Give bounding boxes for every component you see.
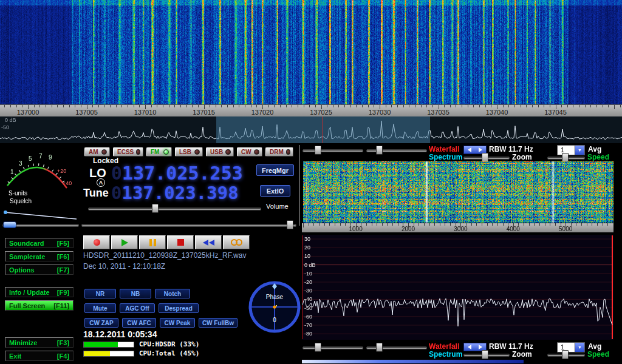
tune-frequency-display[interactable]: 0137.023.398 bbox=[111, 183, 239, 203]
scale-tick bbox=[429, 223, 430, 226]
slider-thumb[interactable] bbox=[482, 350, 488, 359]
top-spectrum-toggle[interactable]: Spectrum bbox=[429, 153, 462, 161]
dsp-button-cw-afc[interactable]: CW AFC bbox=[122, 318, 156, 328]
rf-spectrum-display[interactable]: 0 dB -50 bbox=[0, 116, 622, 143]
mode-label: FM bbox=[151, 149, 159, 155]
mode-label: USB bbox=[210, 149, 223, 155]
side-button-label: Samplerate bbox=[9, 253, 45, 260]
dsp-button-cw-zap[interactable]: CW ZAP bbox=[84, 318, 118, 328]
audio-spectrum-trace bbox=[302, 235, 613, 339]
play-button[interactable] bbox=[111, 235, 138, 249]
record-button[interactable] bbox=[83, 235, 110, 249]
right-arrow-icon[interactable] bbox=[479, 345, 482, 349]
dsp-button-mute[interactable]: Mute bbox=[84, 303, 116, 313]
slider-thumb[interactable] bbox=[562, 153, 569, 162]
scale-tick bbox=[479, 105, 480, 107]
scale-tick bbox=[39, 105, 40, 107]
audio-waterfall-display[interactable] bbox=[303, 161, 613, 223]
lo-frequency-display[interactable]: 0137.025.253 bbox=[111, 163, 243, 184]
if-center-slider[interactable] bbox=[81, 220, 296, 229]
scale-tick bbox=[387, 223, 388, 226]
bottom-zoom-slider[interactable] bbox=[463, 350, 510, 359]
dsp-button-agc-off[interactable]: AGC Off bbox=[120, 303, 155, 313]
slider-thumb[interactable] bbox=[315, 343, 321, 352]
clock-display: 18.12.2011 0:05:34 bbox=[83, 329, 157, 339]
scale-tick bbox=[313, 223, 314, 226]
side-button-samplerate[interactable]: Samplerate[F6] bbox=[5, 251, 73, 261]
side-button-key: [F11] bbox=[53, 302, 69, 309]
slider-thumb[interactable] bbox=[376, 343, 383, 352]
slider-thumb[interactable] bbox=[376, 146, 383, 155]
volume-slider[interactable] bbox=[88, 204, 261, 212]
mode-button-drm[interactable]: DRM bbox=[265, 147, 293, 157]
top-waterfall-contrast-slider[interactable] bbox=[302, 146, 363, 154]
bottom-spectrum-toggle[interactable]: Spectrum bbox=[429, 350, 462, 359]
side-button-minimize[interactable]: Minimize[F3] bbox=[5, 337, 73, 348]
mode-button-usb[interactable]: USB bbox=[206, 147, 234, 157]
top-rbw-label: RBW 11.7 Hz bbox=[489, 145, 533, 153]
bottom-waterfall-toggle[interactable]: Waterfall bbox=[429, 342, 459, 351]
left-arrow-icon[interactable] bbox=[468, 345, 471, 349]
side-button-options[interactable]: Options[F7] bbox=[5, 265, 73, 275]
meter-needle bbox=[5, 212, 77, 219]
slider-thumb[interactable] bbox=[482, 153, 488, 162]
scale-tick bbox=[579, 105, 579, 107]
pause-button[interactable] bbox=[139, 235, 166, 249]
scale-tick bbox=[398, 223, 398, 226]
frequency-tick-label: 137005 bbox=[75, 109, 98, 116]
bottom-waterfall-contrast-slider[interactable] bbox=[302, 343, 363, 351]
passband-selection[interactable] bbox=[216, 116, 430, 143]
mode-button-cw[interactable]: CW bbox=[237, 147, 262, 157]
extio-button[interactable]: ExtIO bbox=[260, 185, 290, 197]
dsp-button-despread[interactable]: Despread bbox=[159, 303, 199, 313]
scale-tick bbox=[4, 105, 5, 107]
scale-tick bbox=[476, 223, 477, 226]
mode-button-am[interactable]: AM bbox=[84, 147, 110, 157]
audio-frequency-scale[interactable]: 10002000300040005000 bbox=[302, 223, 613, 232]
side-button-soundcard[interactable]: Soundcard[F5] bbox=[5, 238, 73, 248]
side-button-info-update[interactable]: Info / Update[F9] bbox=[5, 287, 73, 297]
dsp-button-nb[interactable]: NB bbox=[120, 289, 151, 298]
squelch-slider[interactable] bbox=[2, 220, 79, 229]
right-arrow-icon[interactable] bbox=[479, 147, 482, 152]
slider-thumb[interactable] bbox=[3, 221, 16, 228]
mode-button-lsb[interactable]: LSB bbox=[175, 147, 203, 157]
slider-thumb[interactable] bbox=[152, 204, 159, 213]
rf-frequency-scale[interactable]: 1370001370051370101370151370201370251370… bbox=[0, 104, 622, 117]
tune-cursor[interactable] bbox=[323, 116, 323, 143]
top-waterfall-toggle[interactable]: Waterfall bbox=[429, 145, 459, 153]
cpu-usage-fill bbox=[84, 342, 118, 347]
vfo-a-badge[interactable]: A bbox=[97, 178, 105, 187]
mode-button-fm[interactable]: FM bbox=[146, 147, 172, 157]
audio-spectrum-display[interactable]: 3020100 dB-10-20-30-40-50-60-70-80 bbox=[302, 235, 613, 340]
bottom-waterfall-brightness-slider[interactable] bbox=[366, 343, 427, 351]
slider-thumb[interactable] bbox=[287, 220, 293, 229]
top-waterfall-brightness-slider[interactable] bbox=[366, 146, 427, 154]
display-scroll-bar[interactable] bbox=[302, 360, 524, 363]
top-speed-slider[interactable] bbox=[547, 153, 585, 161]
loop-button[interactable] bbox=[223, 235, 250, 249]
side-button-exit[interactable]: Exit[F4] bbox=[5, 351, 73, 361]
bottom-speed-slider[interactable] bbox=[547, 350, 585, 359]
stop-button[interactable] bbox=[167, 235, 194, 249]
side-button-full-screen[interactable]: Full Screen[F11] bbox=[5, 300, 73, 311]
dsp-button-notch[interactable]: Notch bbox=[155, 289, 190, 298]
side-button-label: Options bbox=[9, 266, 35, 274]
scale-tick bbox=[409, 105, 409, 107]
mode-button-ecss[interactable]: ECSS bbox=[113, 147, 143, 157]
dsp-button-cw-peak[interactable]: CW Peak bbox=[160, 318, 195, 328]
bottom-avg-label: Avg bbox=[588, 342, 601, 351]
scale-tick bbox=[163, 105, 163, 107]
rewind-button[interactable] bbox=[195, 235, 222, 249]
top-avg-label: Avg bbox=[588, 145, 601, 153]
top-zoom-slider[interactable] bbox=[463, 153, 510, 161]
scale-tick bbox=[424, 223, 425, 226]
freqmgr-button[interactable]: FreqMgr bbox=[256, 164, 294, 176]
slider-thumb[interactable] bbox=[562, 350, 569, 359]
left-arrow-icon[interactable] bbox=[468, 147, 471, 152]
slider-thumb[interactable] bbox=[315, 146, 321, 155]
dsp-button-cw-fullbw[interactable]: CW FullBw bbox=[199, 318, 238, 328]
scale-tick bbox=[333, 105, 333, 107]
dsp-button-nr[interactable]: NR bbox=[84, 289, 116, 298]
rf-waterfall-display[interactable] bbox=[0, 0, 622, 104]
